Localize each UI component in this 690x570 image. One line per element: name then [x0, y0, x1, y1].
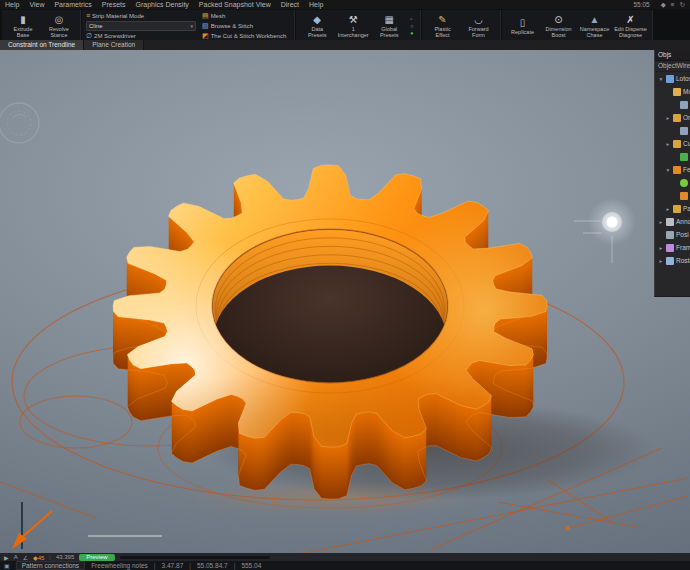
menu-item-3[interactable]: Presets: [102, 1, 126, 8]
status-dot-icon[interactable]: ●: [410, 30, 413, 36]
tree-item-light1[interactable]: Light1: [655, 176, 690, 189]
dimension-boost-icon: ⊙: [554, 14, 562, 25]
cut-stitch-icon: ◩: [202, 32, 209, 40]
tree-item-origin[interactable]: ▸Origin: [655, 111, 690, 124]
menu-item-0[interactable]: Help: [5, 1, 19, 8]
ribbon-button-label: GlobalPresets: [380, 26, 399, 38]
interchanger-button[interactable]: ⚒1Interchanger: [336, 11, 370, 40]
plastic-effect-button[interactable]: ✎PlasticEffect: [426, 11, 460, 40]
tree-item-label: Anno: [676, 218, 690, 225]
tree-item-model[interactable]: Model: [655, 85, 690, 98]
menu-item-7[interactable]: Help: [309, 1, 323, 8]
namespace-chase-button[interactable]: ▲NamespaceChase: [578, 11, 612, 40]
menu-item-1[interactable]: View: [29, 1, 44, 8]
mode-field[interactable]: Pattern connections: [16, 561, 85, 570]
folder-icon: [673, 114, 681, 122]
cut-stitch-button[interactable]: ◩The Cut & Stitch Workbench: [202, 31, 286, 40]
extrude-button[interactable]: ▮ExtrudeBase: [6, 11, 40, 40]
menu-item-2[interactable]: Parametrics: [54, 1, 91, 8]
model-tree: ▾LotosModelSketch1▸OriginSketch2▸CurvesG…: [655, 72, 690, 267]
expand-arrow-icon[interactable]: ▸: [665, 206, 671, 212]
tree-item-label: Parts: [683, 205, 690, 212]
tree-item-label: Posi: [676, 231, 689, 238]
tree-item-features[interactable]: ▾Features: [655, 163, 690, 176]
tree-item-layers[interactable]: Layers: [655, 189, 690, 202]
replicate-icon: ▯: [520, 17, 526, 28]
replicate-button[interactable]: ▯Replicate: [506, 11, 540, 40]
tree-item-sketch1[interactable]: Sketch1: [655, 98, 690, 111]
separator: |: [49, 554, 51, 560]
menu-item-6[interactable]: Direct: [281, 1, 299, 8]
screwdriver-button[interactable]: ∅2M Screwdriver: [86, 31, 196, 40]
ribbon-button-label: Edit DisperseDiagnose: [614, 26, 647, 38]
tree-item-label: Features: [683, 166, 690, 173]
strip-material-icon: ≡: [86, 12, 90, 20]
list-icon[interactable]: ≡: [671, 1, 675, 8]
ribbon-item-label: Browse & Stitch: [211, 23, 253, 29]
folder-open-icon: [673, 88, 681, 96]
layers-toggle-icon[interactable]: ▣: [4, 562, 10, 569]
sun-icon: [680, 179, 688, 187]
expand-arrow-icon[interactable]: ▾: [658, 76, 664, 82]
tree-item-rosta[interactable]: ▸Rosta: [655, 254, 690, 267]
ribbon-button-label: DataPresets: [308, 26, 327, 38]
viewport[interactable]: Objs ObjectWire ▾LotosModelSketch1▸Origi…: [0, 50, 690, 553]
titlebar-right: 55:05 ◆≡↻: [633, 1, 685, 9]
grid-icon: [666, 231, 674, 239]
menu-item-4[interactable]: Graphics Density: [136, 1, 189, 8]
combo-value: Cline: [89, 23, 103, 29]
preview-button[interactable]: Preview: [79, 554, 114, 561]
expand-arrow-icon[interactable]: ▸: [658, 219, 664, 225]
angle-tool-icon[interactable]: ∠: [23, 554, 28, 561]
tree-item-gear1[interactable]: Gear1: [655, 150, 690, 163]
ribbon-toolbar: ▮ExtrudeBase◎RevolveStance≡Strip Materia…: [0, 9, 690, 43]
separator: |: [189, 562, 191, 569]
chevron-down-icon[interactable]: ▾: [190, 23, 193, 29]
tree-item-curves[interactable]: ▸Curves: [655, 137, 690, 150]
expand-arrow-icon[interactable]: ▸: [665, 115, 671, 121]
browse-button[interactable]: ▧Browse & Stitch: [202, 21, 286, 30]
status-note: Freewheeling notes: [91, 562, 148, 569]
tree-item-posi[interactable]: Posi: [655, 228, 690, 241]
browser-title: Objs: [655, 50, 690, 61]
axis-triad: [12, 502, 162, 549]
tree-item-sketch2[interactable]: Sketch2: [655, 124, 690, 137]
timeline-track[interactable]: [120, 556, 270, 559]
tree-item-label: Lotos: [676, 75, 690, 82]
tree-item-anno[interactable]: ▸Anno: [655, 215, 690, 228]
tab-0[interactable]: Constraint on Trendline: [0, 40, 84, 50]
viewport-canvas[interactable]: [0, 50, 690, 553]
data-preset-button[interactable]: ◆DataPresets: [300, 11, 334, 40]
plane-icon: [666, 257, 674, 265]
shape-square-icon[interactable]: ▫: [410, 16, 413, 22]
expand-arrow-icon[interactable]: ▸: [665, 141, 671, 147]
expand-arrow-icon[interactable]: ▸: [658, 245, 664, 251]
tab-1[interactable]: Plane Creation: [84, 40, 144, 50]
expand-arrow-icon[interactable]: ▾: [665, 167, 671, 173]
tree-item-parts[interactable]: ▸Parts: [655, 202, 690, 215]
mesh-folder-button[interactable]: ▤Mesh: [202, 11, 286, 20]
folder-icon: [673, 140, 681, 148]
select-tool-icon[interactable]: ▶: [4, 554, 9, 561]
shape-circle-icon[interactable]: ○: [410, 23, 413, 29]
strip-material-button[interactable]: ≡Strip Material Mode: [86, 11, 196, 20]
global-preset-button[interactable]: ▦GlobalPresets: [372, 11, 406, 40]
tree-item-frame[interactable]: ▸Frame: [655, 241, 690, 254]
ribbon-item-label: Mesh: [211, 13, 226, 19]
expand-arrow-icon[interactable]: ▸: [658, 258, 664, 264]
sync-icon[interactable]: ↻: [680, 1, 685, 8]
text-tool-icon[interactable]: A: [14, 554, 18, 560]
menu-item-5[interactable]: Packed Snapshot View: [199, 1, 271, 8]
dimension-boost-button[interactable]: ⊙DimensionBoost: [542, 11, 576, 40]
hex-icon[interactable]: ◆: [661, 1, 666, 8]
edit-disperse-button[interactable]: ✗Edit DisperseDiagnose: [614, 11, 648, 40]
forward-form-button[interactable]: ◡ForwardForm: [462, 11, 496, 40]
coordinate-readout: 43.395: [56, 554, 74, 560]
presets-group: ◆DataPresets⚒1Interchanger▦GlobalPresets…: [296, 10, 420, 41]
tree-item-lotos[interactable]: ▾Lotos: [655, 72, 690, 85]
ribbon-button-label: ExtrudeBase: [14, 26, 33, 38]
material-combo[interactable]: Cline▾: [86, 21, 196, 31]
revolve-button[interactable]: ◎RevolveStance: [42, 11, 76, 40]
global-preset-icon: ▦: [384, 14, 393, 25]
tree-item-label: Frame: [676, 244, 690, 251]
